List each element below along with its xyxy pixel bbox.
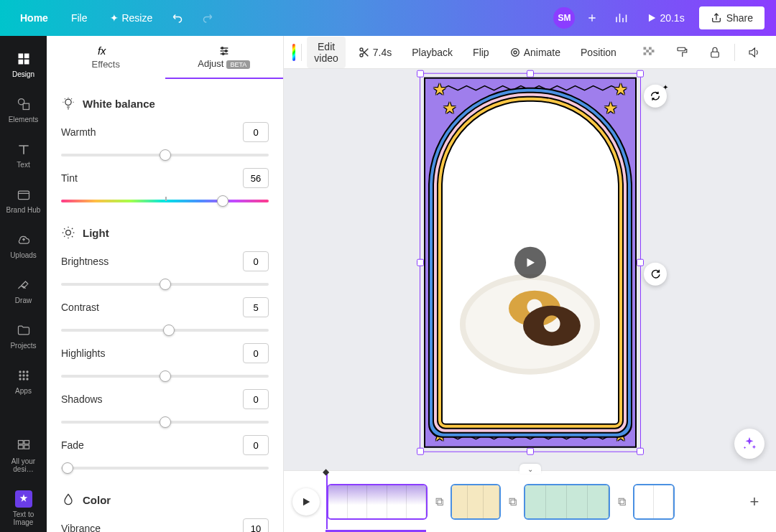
slider-highlights: Highlights [61,343,269,383]
contrast-slider[interactable] [61,323,269,337]
sun-icon [61,225,75,240]
magic-button[interactable] [734,429,765,459]
redo-icon [200,11,213,24]
svg-point-27 [360,54,363,57]
add-member-button[interactable] [581,6,604,29]
fade-slider[interactable] [61,461,269,475]
highlights-slider[interactable] [61,369,269,383]
slider-vibrance: Vibrance [61,518,269,532]
resize-handle-ml[interactable] [417,258,424,266]
highlights-input[interactable] [243,343,269,363]
resize-handle-bm[interactable] [527,447,534,454]
svg-rect-17 [24,441,29,444]
tab-effects[interactable]: fx Effects [47,36,165,79]
nav-text-to-image[interactable]: Text to Image [2,485,45,532]
transparency-button[interactable] [635,42,662,63]
sync-button[interactable] [644,262,667,285]
resize-handle-br[interactable] [637,447,644,454]
transition-0[interactable]: ⧉ [432,495,446,509]
svg-point-9 [26,370,28,373]
playback-button[interactable]: Playback [405,42,460,62]
trim-button[interactable]: 7.4s [351,42,399,62]
canvas[interactable]: ★ ★ ★ ★ ★ ★ [284,69,776,470]
shadows-input[interactable] [243,389,269,409]
tint-slider[interactable] [61,194,269,208]
resize-handle-tl[interactable] [417,70,424,77]
nav-elements[interactable]: Elements [2,90,45,129]
svg-point-26 [360,48,363,51]
style-copy-button[interactable] [668,42,696,63]
analytics-button[interactable] [609,6,632,29]
slider-warmth: Warmth [61,122,269,162]
svg-point-15 [26,378,28,380]
nav-all-designs[interactable]: All your desi… [2,431,45,479]
timeline-clip-0[interactable]: 6.9s [327,484,428,520]
svg-rect-36 [678,47,685,51]
transition-2[interactable]: ⧉ [614,495,629,509]
timeline-collapse[interactable]: ⌄ [519,464,541,474]
slider-brightness: Brightness [61,251,269,291]
vibrance-input[interactable] [243,518,269,532]
tint-input[interactable] [243,168,269,188]
volume-button[interactable] [740,42,767,63]
nav-brand-hub[interactable]: Brand Hub [2,180,45,220]
resize-handle-mr[interactable] [637,258,644,266]
nav-projects[interactable]: Projects [2,316,45,355]
nav-draw[interactable]: Draw [2,271,45,310]
slider-tint: Tint [61,168,269,208]
redo-button[interactable] [195,6,218,29]
nav-uploads[interactable]: Uploads [2,225,45,265]
undo-button[interactable] [167,6,190,29]
transition-1[interactable]: ⧉ [505,495,519,509]
resize-handle-bl[interactable] [417,447,424,454]
brightness-slider[interactable] [61,277,269,291]
svg-point-7 [19,370,21,373]
nav-design[interactable]: Design [2,45,45,84]
lock-button[interactable] [701,42,729,63]
animate-button[interactable]: Animate [502,42,568,62]
resize-handle-tm[interactable] [527,70,534,77]
resize-button[interactable]: ✦ Resize [101,6,161,29]
add-page-button[interactable]: + [742,489,767,515]
elements-icon [17,97,31,111]
file-menu[interactable]: File [63,6,96,29]
color-picker[interactable] [292,44,295,61]
play-icon [647,13,657,23]
shadows-slider[interactable] [61,415,269,429]
fade-input[interactable] [243,435,269,455]
home-button[interactable]: Home [11,6,57,29]
svg-rect-19 [24,445,29,449]
transparency-icon [642,46,655,59]
scissors-icon [359,47,370,58]
sparkle-icon [742,436,757,452]
canvas-play-button[interactable] [514,246,546,278]
nav-text[interactable]: Text [2,135,45,174]
brightness-input[interactable] [243,251,269,271]
tab-adjust[interactable]: AdjustBETA [165,36,284,79]
warmth-slider[interactable] [61,148,269,162]
nav-rail: Design Elements Text Brand Hub Uploads D… [0,36,47,532]
draw-icon [17,278,31,292]
nav-apps[interactable]: Apps [2,361,45,401]
svg-rect-31 [649,47,652,50]
timeline-clip-1[interactable]: 3.0s [451,484,501,520]
svg-rect-32 [646,50,649,52]
avatar[interactable]: SM [553,7,575,29]
speaker-icon [747,46,760,59]
regenerate-button[interactable]: ✦ [644,84,667,107]
sync-icon [650,268,661,279]
timeline-clip-2[interactable]: 6.4s [524,484,610,520]
warmth-input[interactable] [243,122,269,142]
edit-video-button[interactable]: Edit video [307,37,345,68]
timeline-play-button[interactable] [292,488,320,515]
selected-element[interactable]: ★ ★ ★ ★ ★ ★ [424,77,637,447]
timeline-clip-3[interactable]: 3.5s [633,484,675,520]
svg-point-14 [22,378,24,380]
flip-button[interactable]: Flip [466,42,496,62]
svg-point-25 [66,230,71,235]
share-button[interactable]: Share [699,6,765,29]
play-duration-button[interactable]: 20.1s [638,6,693,29]
contrast-input[interactable] [243,297,269,317]
position-button[interactable]: Position [573,42,624,62]
resize-handle-tr[interactable] [637,70,644,77]
